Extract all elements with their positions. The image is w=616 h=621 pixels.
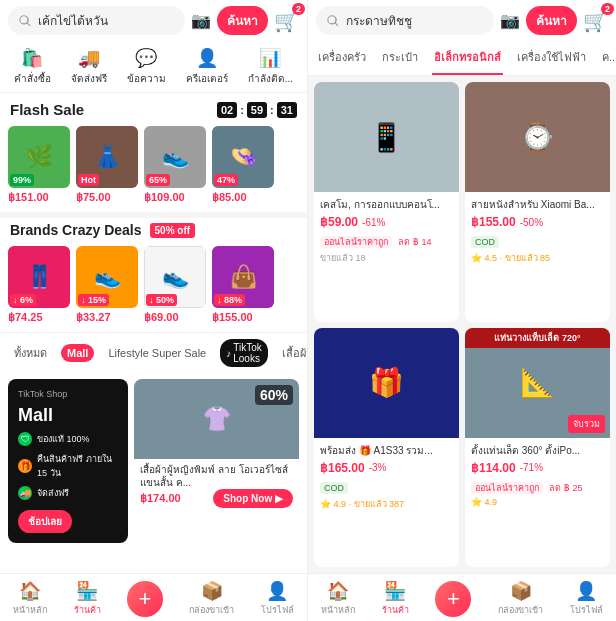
creator-icon: 👤 [196, 47, 218, 69]
mall-feature-2: 🎁 คืนสินค้าฟรี ภายใน 15 วัน [18, 452, 118, 480]
camera-icon[interactable]: 📷 [191, 11, 211, 30]
grid-rating-3: ⭐ 4.9 · ขายแล้ว 387 [320, 497, 453, 511]
brand-price-3: ฿69.00 [144, 311, 179, 324]
flash-price-2: ฿75.00 [76, 191, 111, 204]
brand-price-2: ฿33.27 [76, 311, 111, 324]
nav-label-messages: ข้อความ [127, 71, 166, 86]
cat-tab-more[interactable]: ค... [600, 41, 616, 75]
brand-badge-2: ↓ 15% [78, 294, 109, 306]
bottom-nav-profile-right[interactable]: 👤 โปรไฟล์ [570, 580, 603, 617]
bottom-nav-home-right[interactable]: 🏠 หน้าหลัก [321, 580, 355, 617]
add-button-left[interactable]: + [127, 581, 163, 617]
grid-title-3: พร้อมส่ง 🎁 A1S33 รวม... [320, 444, 453, 457]
mall-feature-text-3: จัดส่งฟรี [37, 486, 69, 500]
right-search-input-wrap[interactable]: กระดาษทิชชู [316, 6, 494, 35]
grid-card-1[interactable]: 📱 เคสโม, การออกแบบคอนโ... ฿59.00 -61% ออ… [314, 82, 459, 322]
flash-product-4[interactable]: 👒 47% ฿85.00 [212, 126, 274, 204]
flash-product-1[interactable]: 🌿 99% ฿151.00 [8, 126, 70, 204]
mall-feature-3: 🚚 จัดส่งฟรี [18, 486, 118, 500]
shop-now-btn[interactable]: Shop Now ▶ [213, 489, 293, 508]
bottom-nav-shop-left[interactable]: 🏪 ร้านค้า [74, 580, 101, 617]
left-search-bar: เค้กไข่ไต้หวัน 📷 ค้นหา 🛒 2 [0, 0, 307, 41]
nav-item-creator[interactable]: 👤 ครีเอเตอร์ [186, 47, 228, 86]
delivery-icon: 🚚 [78, 47, 100, 69]
flash-sale-badge-4: จับรวม [568, 415, 605, 433]
left-cart-icon[interactable]: 🛒 2 [274, 9, 299, 33]
grid-discount-3: -3% [369, 462, 387, 473]
tiktok-shop-label: TikTok Shop [18, 389, 118, 399]
tab-lifestyle[interactable]: Lifestyle Super Sale [102, 344, 212, 362]
right-product-grid: 📱 เคสโม, การออกแบบคอนโ... ฿59.00 -61% ออ… [308, 76, 616, 573]
left-search-input-wrap[interactable]: เค้กไข่ไต้หวัน [8, 6, 185, 35]
online-tag-4: ออนไลน์ราคาถูก [471, 482, 543, 494]
home-icon-left: 🏠 [19, 580, 41, 602]
brand-product-3[interactable]: 👟 ↓ 50% ฿69.00 [144, 246, 206, 324]
right-panel: กระดาษทิชชู 📷 ค้นหา 🛒 2 เครื่องครัว กระเ… [308, 0, 616, 621]
grid-sold-1: ขายแล้ว 18 [320, 251, 453, 265]
messages-icon: 💬 [135, 47, 157, 69]
brands-off-badge: 50% off [150, 223, 196, 238]
grid-price-2: ฿155.00 [471, 215, 516, 229]
cat-tab-bag[interactable]: กระเป๋า [380, 41, 420, 75]
tab-tiktok[interactable]: ♪ TikTok Looks [220, 339, 268, 367]
tab-all[interactable]: ทั้งหมด [8, 341, 53, 365]
grid-card-2[interactable]: ⌚ สายหนังสำหรับ Xiaomi Ba... ฿155.00 -50… [465, 82, 610, 322]
bottom-nav-home-left[interactable]: 🏠 หน้าหลัก [13, 580, 47, 617]
flash-badge-2: Hot [78, 174, 99, 186]
mall-product-card[interactable]: 👚 60% เสื้อผ้าผู้หญิงพิมพ์ ลาย โอเวอร์ไซ… [134, 379, 299, 543]
profile-icon-left: 👤 [266, 580, 288, 602]
nav-item-messages[interactable]: 💬 ข้อความ [127, 47, 166, 86]
right-search-icon [326, 14, 340, 28]
right-bottom-nav: 🏠 หน้าหลัก 🏪 ร้านค้า + 📦 กล่องขาเข้า 👤 โ… [308, 573, 616, 621]
add-button-right[interactable]: + [435, 581, 471, 617]
grid-card-body-2: สายหนังสำหรับ Xiaomi Ba... ฿155.00 -50% … [465, 192, 610, 271]
bottom-nav-inbox-right[interactable]: 📦 กล่องขาเข้า [498, 580, 543, 617]
flash-sale-products: 🌿 99% ฿151.00 👗 Hot ฿75.00 👟 65% ฿109.00… [0, 122, 307, 212]
brand-product-4[interactable]: 👜 ↓ 88% ฿155.00 [212, 246, 274, 324]
online-discount-4: ลด ฿ 25 [549, 483, 582, 493]
flash-product-2[interactable]: 👗 Hot ฿75.00 [76, 126, 138, 204]
grid-card-4[interactable]: 📐 แท่นวางแท็บเล็ต 720° จับรวม ตั้งแท่นเล… [465, 328, 610, 568]
bottom-nav-profile-left[interactable]: 👤 โปรไฟล์ [261, 580, 294, 617]
profile-icon-right: 👤 [575, 580, 597, 602]
right-search-text: กระดาษทิชชู [346, 11, 484, 30]
grid-card-body-1: เคสโม, การออกแบบคอนโ... ฿59.00 -61% ออนไ… [314, 192, 459, 271]
mall-section: TikTok Shop Mall 🛡 ของแท้ 100% 🎁 คืนสินค… [0, 373, 307, 549]
nav-item-trending[interactable]: 📊 กำลังติด... [248, 47, 293, 86]
mall-shop-button[interactable]: ช้อปเลย [18, 510, 72, 533]
left-search-text: เค้กไข่ไต้หวัน [38, 11, 175, 30]
tab-womens[interactable]: เสื้อผ้าผู้หญิง [276, 341, 307, 365]
nav-item-delivery[interactable]: 🚚 จัดส่งฟรี [71, 47, 107, 86]
right-category-tabs: เครื่องครัว กระเป๋า อิเล็กทรอนิกส์ เครื่… [308, 41, 616, 76]
left-bottom-nav: 🏠 หน้าหลัก 🏪 ร้านค้า + 📦 กล่องขาเข้า 👤 โ… [0, 573, 307, 621]
left-search-button[interactable]: ค้นหา [217, 6, 268, 35]
tab-mall[interactable]: Mall [61, 344, 94, 362]
brand-product-1[interactable]: 👖 ↓ 6% ฿74.25 [8, 246, 70, 324]
right-cart-count: 2 [601, 3, 614, 15]
left-nav-row: 🛍️ คำสั่งซื้อ 🚚 จัดส่งฟรี 💬 ข้อความ 👤 คร… [0, 41, 307, 93]
online-discount-1: ลด ฿ 14 [398, 237, 431, 247]
brand-product-2[interactable]: 👟 ↓ 15% ฿33.27 [76, 246, 138, 324]
mall-product-name: เสื้อผ้าผู้หญิงพิมพ์ ลาย โอเวอร์ไซส์ แขน… [140, 463, 293, 489]
brand-badge-1: ↓ 6% [10, 294, 36, 306]
right-cart-icon[interactable]: 🛒 2 [583, 9, 608, 33]
cat-tab-electronics[interactable]: อิเล็กทรอนิกส์ [432, 41, 503, 75]
right-search-button[interactable]: ค้นหา [526, 6, 577, 35]
inbox-icon-right: 📦 [510, 580, 532, 602]
cat-tab-appliances[interactable]: เครื่องใช้ไฟฟ้า [515, 41, 588, 75]
nav-item-orders[interactable]: 🛍️ คำสั่งซื้อ [14, 47, 51, 86]
corner-badge-4: แท่นวางแท็บเล็ต 720° [465, 328, 610, 348]
grid-card-3[interactable]: 🎁 พร้อมส่ง 🎁 A1S33 รวม... ฿165.00 -3% CO… [314, 328, 459, 568]
flash-price-4: ฿85.00 [212, 191, 247, 204]
bottom-nav-shop-right[interactable]: 🏪 ร้านค้า [382, 580, 409, 617]
right-camera-icon[interactable]: 📷 [500, 11, 520, 30]
right-search-bar: กระดาษทิชชู 📷 ค้นหา 🛒 2 [308, 0, 616, 41]
cat-tab-kitchen[interactable]: เครื่องครัว [316, 41, 368, 75]
flash-product-3[interactable]: 👟 65% ฿109.00 [144, 126, 206, 204]
search-icon [18, 14, 32, 28]
grid-title-1: เคสโม, การออกแบบคอนโ... [320, 198, 453, 211]
bottom-nav-inbox-left[interactable]: 📦 กล่องขาเข้า [189, 580, 234, 617]
mall-feature-text-2: คืนสินค้าฟรี ภายใน 15 วัน [37, 452, 118, 480]
grid-card-body-4: ตั้งแท่นเล็ต 360° ตั้งiPo... ฿114.00 -71… [465, 438, 610, 513]
mall-feature-text-1: ของแท้ 100% [37, 432, 90, 446]
